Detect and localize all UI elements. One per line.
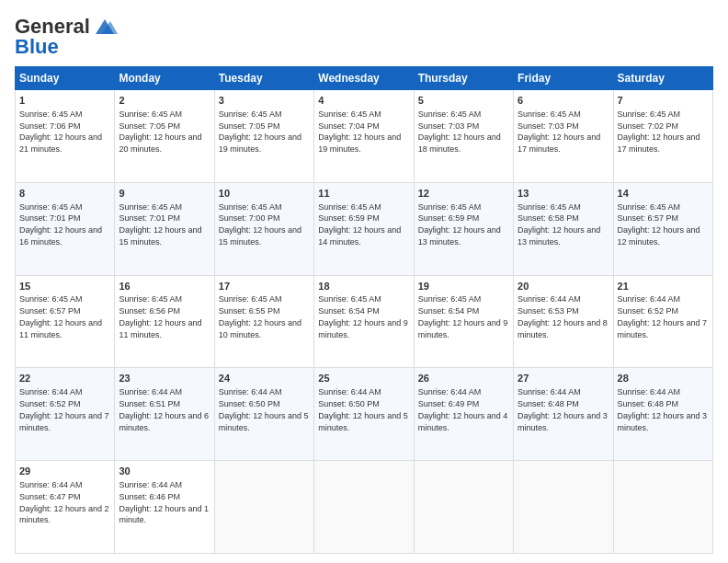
sunset-info: Sunset: 6:52 PM [19,399,81,408]
sunrise-info: Sunrise: 6:45 AM [618,202,681,212]
sunset-info: Sunset: 7:01 PM [19,213,81,223]
day-number: 11 [318,187,409,201]
table-row: 21Sunrise: 6:44 AMSunset: 6:52 PMDayligh… [613,275,712,368]
table-row: 14Sunrise: 6:45 AMSunset: 6:57 PMDayligh… [613,182,712,275]
sunrise-info: Sunrise: 6:45 AM [19,202,83,212]
daylight-info: Daylight: 12 hours and 7 minutes. [618,318,708,339]
day-number: 29 [19,465,110,478]
daylight-info: Daylight: 12 hours and 20 minutes. [119,132,201,154]
day-number: 2 [119,94,210,108]
sunrise-info: Sunrise: 6:45 AM [518,202,581,212]
daylight-info: Daylight: 12 hours and 4 minutes. [418,411,508,432]
day-number: 13 [518,187,609,201]
sunrise-info: Sunrise: 6:44 AM [518,294,581,304]
day-number: 19 [418,280,509,293]
sunrise-info: Sunrise: 6:44 AM [19,480,83,489]
day-number: 30 [119,465,210,478]
table-row: 1Sunrise: 6:45 AMSunset: 7:06 PMDaylight… [16,90,115,183]
table-row: 4Sunrise: 6:45 AMSunset: 7:04 PMDaylight… [314,90,414,183]
table-row: 19Sunrise: 6:45 AMSunset: 6:54 PMDayligh… [414,275,513,368]
table-row [314,461,414,554]
sunrise-info: Sunrise: 6:44 AM [119,387,182,396]
sunset-info: Sunset: 6:53 PM [518,306,579,316]
daylight-info: Daylight: 12 hours and 6 minutes. [119,411,209,432]
daylight-info: Daylight: 12 hours and 13 minutes. [518,225,600,247]
daylight-info: Daylight: 12 hours and 17 minutes. [618,132,700,154]
daylight-info: Daylight: 12 hours and 15 minutes. [119,225,201,247]
daylight-info: Daylight: 12 hours and 12 minutes. [618,225,700,247]
sunrise-info: Sunrise: 6:44 AM [618,387,681,396]
sunrise-info: Sunrise: 6:45 AM [119,294,182,304]
sunrise-info: Sunrise: 6:44 AM [418,387,482,396]
sunset-info: Sunset: 7:02 PM [618,121,679,131]
col-wednesday: Wednesday [314,67,414,90]
sunrise-info: Sunrise: 6:45 AM [119,202,182,212]
table-row: 13Sunrise: 6:45 AMSunset: 6:58 PMDayligh… [514,182,613,275]
sunrise-info: Sunrise: 6:44 AM [119,480,182,489]
table-row: 24Sunrise: 6:44 AMSunset: 6:50 PMDayligh… [214,368,313,461]
sunset-info: Sunset: 7:05 PM [219,121,280,131]
day-number: 5 [418,94,509,108]
day-number: 26 [418,372,509,385]
day-number: 10 [219,187,310,201]
day-number: 21 [618,280,709,293]
col-friday: Friday [514,67,613,90]
sunrise-info: Sunrise: 6:45 AM [318,109,381,119]
sunset-info: Sunset: 7:04 PM [318,121,380,131]
daylight-info: Daylight: 12 hours and 10 minutes. [219,318,301,339]
sunset-info: Sunset: 7:03 PM [518,121,579,131]
day-number: 14 [618,187,709,201]
col-monday: Monday [115,67,214,90]
table-row: 28Sunrise: 6:44 AMSunset: 6:48 PMDayligh… [613,368,712,461]
daylight-info: Daylight: 12 hours and 2 minutes. [19,504,109,525]
sunset-info: Sunset: 6:58 PM [518,213,579,223]
day-number: 7 [618,94,709,108]
sunrise-info: Sunrise: 6:45 AM [418,109,482,119]
sunset-info: Sunset: 7:06 PM [19,121,81,131]
sunrise-info: Sunrise: 6:44 AM [618,294,681,304]
table-row: 25Sunrise: 6:44 AMSunset: 6:50 PMDayligh… [314,368,414,461]
table-row: 6Sunrise: 6:45 AMSunset: 7:03 PMDaylight… [514,90,613,183]
sunset-info: Sunset: 6:59 PM [418,213,480,223]
table-row: 23Sunrise: 6:44 AMSunset: 6:51 PMDayligh… [115,368,214,461]
sunrise-info: Sunrise: 6:45 AM [318,202,381,212]
sunrise-info: Sunrise: 6:45 AM [418,202,482,212]
sunrise-info: Sunrise: 6:45 AM [618,109,681,119]
sunset-info: Sunset: 6:49 PM [418,399,480,408]
sunrise-info: Sunrise: 6:45 AM [418,294,482,304]
sunset-info: Sunset: 6:48 PM [618,399,679,408]
sunrise-info: Sunrise: 6:44 AM [19,387,83,396]
table-row: 26Sunrise: 6:44 AMSunset: 6:49 PMDayligh… [414,368,513,461]
daylight-info: Daylight: 12 hours and 5 minutes. [219,411,309,432]
daylight-info: Daylight: 12 hours and 11 minutes. [119,318,201,339]
table-row: 2Sunrise: 6:45 AMSunset: 7:05 PMDaylight… [115,90,214,183]
sunset-info: Sunset: 6:56 PM [119,306,180,316]
sunset-info: Sunset: 6:50 PM [219,399,280,408]
sunrise-info: Sunrise: 6:45 AM [19,294,83,304]
calendar: Sunday Monday Tuesday Wednesday Thursday… [15,66,713,554]
sunset-info: Sunset: 6:52 PM [618,306,679,316]
day-number: 25 [318,372,409,385]
sunset-info: Sunset: 6:50 PM [318,399,380,408]
table-row: 11Sunrise: 6:45 AMSunset: 6:59 PMDayligh… [314,182,414,275]
table-row [613,461,712,554]
col-saturday: Saturday [613,67,712,90]
logo-blue: Blue [15,35,59,59]
sunset-info: Sunset: 7:00 PM [219,213,280,223]
sunrise-info: Sunrise: 6:45 AM [518,109,581,119]
daylight-info: Daylight: 12 hours and 3 minutes. [518,411,608,432]
logo-text-block: General Blue [15,15,118,59]
sunset-info: Sunset: 6:57 PM [19,306,81,316]
daylight-info: Daylight: 12 hours and 3 minutes. [618,411,708,432]
daylight-info: Daylight: 12 hours and 19 minutes. [318,132,401,154]
day-number: 28 [618,372,709,385]
daylight-info: Daylight: 12 hours and 1 minute. [119,504,209,525]
table-row: 3Sunrise: 6:45 AMSunset: 7:05 PMDaylight… [214,90,313,183]
day-number: 27 [518,372,609,385]
daylight-info: Daylight: 12 hours and 15 minutes. [219,225,301,247]
daylight-info: Daylight: 12 hours and 16 minutes. [19,225,102,247]
daylight-info: Daylight: 12 hours and 13 minutes. [418,225,501,247]
table-row [214,461,313,554]
sunrise-info: Sunrise: 6:45 AM [219,109,282,119]
table-row: 9Sunrise: 6:45 AMSunset: 7:01 PMDaylight… [115,182,214,275]
